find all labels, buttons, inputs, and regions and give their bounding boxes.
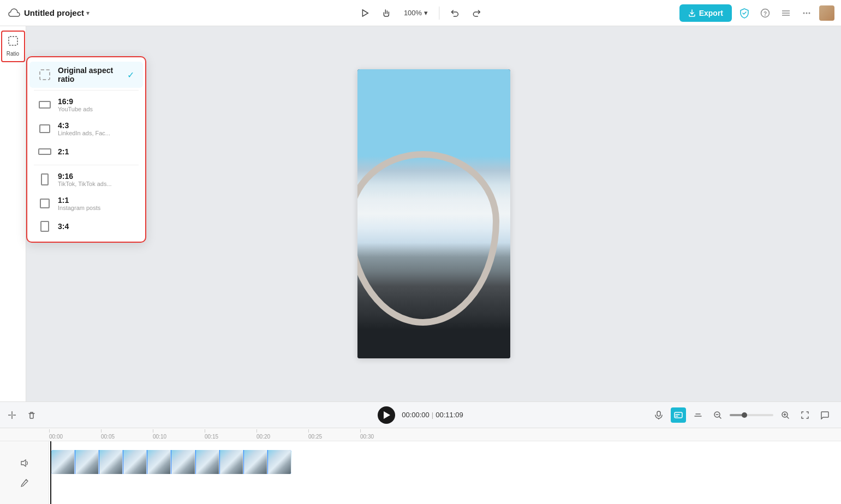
user-avatar[interactable] [819, 5, 834, 21]
bottom-left-controls [4, 407, 39, 423]
ruler-mark-3: 00:15 [205, 429, 257, 440]
timeline-controls-col [0, 441, 49, 504]
zoom-in-icon[interactable] [778, 407, 793, 423]
track-thumb-7 [196, 450, 219, 474]
video-frame [357, 69, 510, 358]
help-icon[interactable]: ? [757, 5, 773, 21]
ratio-sidebar-button[interactable]: Ratio [1, 31, 25, 62]
pencil-icon[interactable] [17, 475, 32, 490]
ratio-item-name-9-16: 9:16 [58, 172, 112, 181]
airplane-window-overlay [357, 151, 499, 326]
timeline-content [0, 441, 841, 504]
microphone-icon[interactable] [651, 407, 666, 423]
zoom-level: 100% [404, 9, 422, 17]
timeline-area: 00:00 00:05 00:10 00:15 00:20 00:25 00:3… [0, 428, 841, 504]
track-thumb-2 [75, 450, 99, 474]
ratio-shape-2-1 [38, 145, 51, 158]
topbar-right: Export ? [679, 4, 834, 22]
ratio-item-name-4-3: 4:3 [58, 121, 110, 130]
ratio-icon [8, 36, 18, 49]
ratio-item-sub-9-16: TikTok, TikTok ads... [58, 181, 112, 187]
svg-rect-9 [9, 37, 17, 45]
zoom-chevron-icon: ▾ [424, 9, 428, 17]
ratio-item-original[interactable]: Original aspect ratio ✓ [29, 62, 143, 88]
ratio-item-name-3-4: 3:4 [58, 222, 69, 231]
ratio-item-4-3[interactable]: 4:3 LinkedIn ads, Fac... [29, 117, 143, 141]
undo-button[interactable] [446, 4, 463, 22]
ratio-dropdown-panel: Original aspect ratio ✓ 16:9 YouTube ads [26, 56, 146, 243]
comment-icon[interactable] [817, 407, 832, 423]
topbar: Untitled project ▾ 100% ▾ Export ? [0, 0, 841, 26]
more-options-icon[interactable] [798, 5, 815, 21]
split-icon[interactable] [4, 407, 20, 423]
ruler-marks: 00:00 00:05 00:10 00:15 00:20 00:25 00:3… [49, 429, 841, 440]
svg-line-26 [787, 417, 789, 418]
video-track-row [51, 446, 841, 478]
zoom-out-icon[interactable] [710, 407, 725, 423]
ratio-item-text-2-1: 2:1 [58, 147, 69, 156]
track-thumb-5 [147, 450, 171, 474]
ratio-item-3-4[interactable]: 3:4 [29, 215, 143, 237]
ratio-item-9-16[interactable]: 9:16 TikTok, TikTok ads... [29, 167, 143, 191]
video-preview [357, 69, 510, 358]
ruler-mark-1: 00:05 [101, 429, 153, 440]
track-thumb-9 [244, 450, 267, 474]
timeline-tracks [49, 441, 841, 504]
time-separator: | [432, 411, 433, 419]
ruler-mark-5: 00:25 [308, 429, 360, 440]
ratio-item-2-1[interactable]: 2:1 [29, 141, 143, 163]
bottom-right-controls [651, 407, 832, 423]
track-thumb-4 [123, 450, 147, 474]
play-button[interactable] [378, 406, 395, 424]
topbar-divider [439, 7, 439, 20]
video-track[interactable] [51, 450, 291, 474]
redo-button[interactable] [468, 4, 485, 22]
project-cloud-icon [7, 5, 22, 21]
ratio-item-sub-16-9: YouTube ads [58, 106, 93, 112]
delete-icon[interactable] [24, 407, 39, 423]
track-thumb-8 [220, 450, 243, 474]
ratio-divider-1 [34, 90, 139, 91]
svg-text:?: ? [764, 10, 767, 16]
zoom-control[interactable]: 100% ▾ [399, 7, 432, 19]
pan-tool-button[interactable] [378, 4, 395, 22]
ratio-item-text-1-1: 1:1 Instagram posts [58, 196, 100, 211]
track-thumb-1 [51, 450, 75, 474]
sidebar: Ratio Original aspect ratio ✓ [0, 26, 26, 401]
ratio-item-16-9[interactable]: 16:9 YouTube ads [29, 93, 143, 117]
time-display: 00:00:00 | 00:11:09 [402, 411, 463, 419]
menu-lines-icon[interactable] [778, 5, 794, 21]
zoom-slider[interactable] [730, 414, 773, 416]
timeline-needle [50, 441, 51, 504]
canvas-area [26, 26, 841, 401]
ruler-mark-6: 00:30 [360, 429, 412, 440]
needle-line [50, 441, 51, 504]
ratio-item-name-1-1: 1:1 [58, 196, 100, 205]
topbar-center: 100% ▾ [356, 4, 485, 22]
project-chevron-icon[interactable]: ▾ [86, 9, 90, 17]
svg-point-6 [803, 12, 805, 14]
svg-marker-0 [362, 10, 368, 16]
fit-screen-icon[interactable] [797, 407, 813, 423]
main-area: Ratio Original aspect ratio ✓ [0, 26, 841, 401]
play-mode-button[interactable] [356, 4, 373, 22]
ratio-item-name-original: Original aspect ratio [58, 66, 121, 83]
export-button[interactable]: Export [679, 4, 732, 22]
svg-rect-13 [657, 411, 660, 416]
ratio-item-1-1[interactable]: 1:1 Instagram posts [29, 191, 143, 215]
ratio-shape-original [38, 68, 51, 81]
svg-point-8 [809, 12, 810, 14]
ratio-divider-2 [34, 165, 139, 165]
ratio-item-sub-1-1: Instagram posts [58, 205, 100, 211]
volume-icon[interactable] [17, 455, 32, 471]
project-title: Untitled project [24, 8, 84, 17]
captions-icon[interactable] [671, 407, 686, 423]
ratio-item-name-2-1: 2:1 [58, 147, 69, 156]
ruler-mark-2: 00:10 [153, 429, 205, 440]
ratio-item-text-3-4: 3:4 [58, 222, 69, 231]
track-thumb-6 [171, 450, 195, 474]
shield-check-icon[interactable] [736, 5, 753, 21]
subtitle-icon[interactable] [690, 407, 706, 423]
svg-marker-27 [21, 460, 26, 466]
svg-rect-15 [675, 412, 682, 418]
